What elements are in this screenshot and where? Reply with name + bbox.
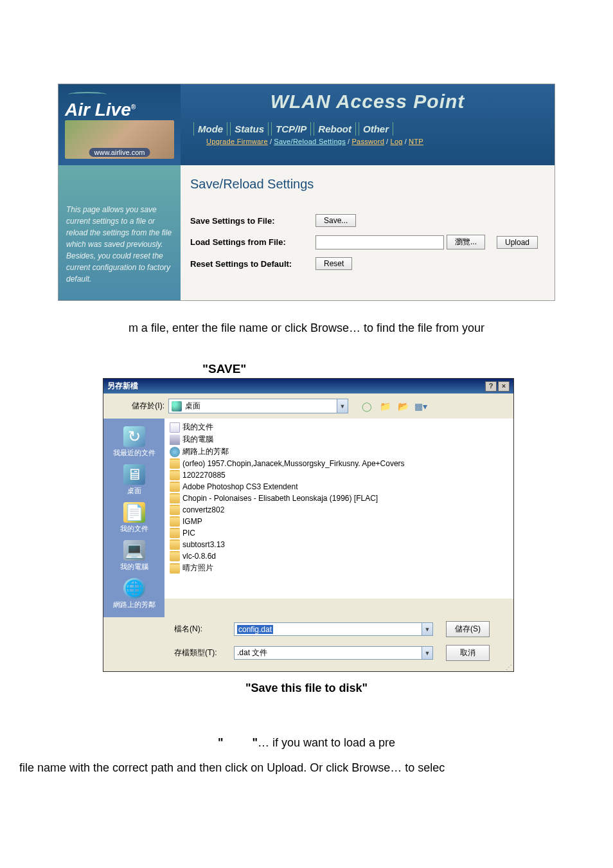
place-network[interactable]: 🌐 網路上的芳鄰 xyxy=(103,575,164,612)
view-menu-icon[interactable]: ▦▾ xyxy=(414,399,428,413)
computer-icon: 💻 xyxy=(123,540,145,561)
place-recent-label: 我最近的文件 xyxy=(113,448,155,458)
list-item[interactable]: convertz802 xyxy=(168,504,510,516)
filename-label: 檔名(N): xyxy=(174,624,229,635)
list-item[interactable]: IGMP xyxy=(168,516,510,527)
folder-icon xyxy=(170,458,180,469)
folder-icon xyxy=(170,493,180,503)
save-settings-label: Save Settings to File: xyxy=(190,216,315,226)
recent-icon: ↻ xyxy=(123,426,145,447)
dialog-save-button[interactable]: 儲存(S) xyxy=(446,621,490,637)
document-icon xyxy=(170,422,180,433)
help-button[interactable]: ? xyxy=(485,381,497,392)
folder-icon xyxy=(170,505,180,515)
dialog-toolbar: 儲存於(I): 桌面 ▼ ◯ 📁 📂 ▦▾ xyxy=(103,393,513,419)
brand-logo: Air Live® xyxy=(65,100,174,120)
tab-mode[interactable]: Mode xyxy=(193,122,227,136)
save-settings-row: Save Settings to File: Save... xyxy=(190,214,545,227)
page-title: WLAN Access Point xyxy=(190,91,545,113)
list-item[interactable]: 1202270885 xyxy=(168,469,510,481)
computer-item-icon xyxy=(170,435,180,445)
place-desktop-label: 桌面 xyxy=(127,486,141,496)
places-bar: ↻ 我最近的文件 🖥 桌面 📄 我的文件 💻 我的電腦 🌐 網路上的芳鄰 xyxy=(103,419,164,617)
filetype-label: 存檔類型(T): xyxy=(174,647,229,658)
folder-icon xyxy=(170,482,180,492)
list-item[interactable]: vlc-0.8.6d xyxy=(168,550,510,562)
location-value: 桌面 xyxy=(185,401,200,411)
folder-icon xyxy=(170,528,180,538)
instruction-text-3: file name with the correct path and then… xyxy=(19,759,594,777)
new-folder-icon[interactable]: 📂 xyxy=(396,399,410,413)
place-desktop[interactable]: 🖥 桌面 xyxy=(103,462,164,498)
upload-button[interactable]: Upload xyxy=(497,236,538,249)
place-computer[interactable]: 💻 我的電腦 xyxy=(103,538,164,574)
dialog-body: ↻ 我最近的文件 🖥 桌面 📄 我的文件 💻 我的電腦 🌐 網路上的芳鄰 我的文… xyxy=(103,419,513,617)
desktop-place-icon: 🖥 xyxy=(123,464,145,485)
folder-icon xyxy=(170,563,180,574)
dropdown-arrow-icon[interactable]: ▼ xyxy=(422,623,432,635)
list-item[interactable]: 我的文件 xyxy=(168,421,510,433)
location-dropdown[interactable]: 桌面 ▼ xyxy=(168,399,348,413)
dropdown-arrow-icon: ▼ xyxy=(337,399,348,413)
list-item[interactable]: 網路上的芳鄰 xyxy=(168,446,510,458)
titlebar-buttons: ? × xyxy=(485,381,510,392)
filetype-value: .dat 文件 xyxy=(237,647,267,658)
save-button[interactable]: Save... xyxy=(315,214,356,227)
dialog-cancel-button[interactable]: 取消 xyxy=(446,645,490,661)
folder-icon xyxy=(170,539,180,550)
instruction-text-1: m a file, enter the file name or click B… xyxy=(32,320,581,336)
subnav-log[interactable]: Log xyxy=(390,138,402,145)
tab-status[interactable]: Status xyxy=(230,122,269,136)
list-item[interactable]: (orfeo) 1957.Chopin,Janacek,Mussorgsky_F… xyxy=(168,458,510,469)
nav-tabs: Mode Status TCP/IP Reboot Other xyxy=(193,122,545,136)
save-heading: "SAVE" xyxy=(202,362,613,376)
back-icon[interactable]: ◯ xyxy=(360,399,374,413)
filename-input[interactable]: config.dat ▼ xyxy=(234,622,433,636)
place-documents[interactable]: 📄 我的文件 xyxy=(103,500,164,536)
dialog-title-text: 另存新檔 xyxy=(107,381,138,392)
folder-icon xyxy=(170,470,180,480)
file-path-input[interactable] xyxy=(315,235,444,249)
list-item[interactable]: PIC xyxy=(168,527,510,539)
subnav-password[interactable]: Password xyxy=(351,138,384,145)
resize-grip[interactable]: ⋰ xyxy=(103,665,513,671)
save-in-label: 儲存於(I): xyxy=(110,401,164,411)
list-item[interactable]: Chopin - Polonaises - Elisabeth Leonskaj… xyxy=(168,493,510,504)
brand-image: www.airlive.com xyxy=(65,120,174,159)
file-list[interactable]: 我的文件 我的電腦 網路上的芳鄰 (orfeo) 1957.Chopin,Jan… xyxy=(164,419,513,599)
logo-arc xyxy=(68,92,107,97)
subnav-save-reload[interactable]: Save/Reload Settings xyxy=(274,138,346,145)
subnav-upgrade[interactable]: Upgrade Firmware xyxy=(206,138,268,145)
reset-settings-row: Reset Settings to Default: Reset xyxy=(190,257,545,270)
close-button[interactable]: × xyxy=(498,381,510,392)
list-item[interactable]: subtosrt3.13 xyxy=(168,539,510,550)
save-as-dialog: 另存新檔 ? × 儲存於(I): 桌面 ▼ ◯ 📁 📂 ▦▾ ↻ 我最近的文件 … xyxy=(103,378,514,672)
desktop-icon xyxy=(172,401,182,411)
network-item-icon xyxy=(170,447,180,457)
folder-icon xyxy=(170,516,180,527)
router-header: Air Live® www.airlive.com WLAN Access Po… xyxy=(58,84,555,165)
list-item[interactable]: 晴方照片 xyxy=(168,562,510,574)
router-body: This page allows you save current settin… xyxy=(58,165,555,300)
reset-button[interactable]: Reset xyxy=(315,257,352,270)
content-title: Save/Reload Settings xyxy=(190,177,545,192)
reset-settings-label: Reset Settings to Default: xyxy=(190,259,315,269)
filename-value: config.dat xyxy=(237,625,273,634)
load-settings-row: Load Settings from File: 瀏覽... Upload xyxy=(190,235,545,249)
tab-other[interactable]: Other xyxy=(359,122,393,136)
tab-tcpip[interactable]: TCP/IP xyxy=(271,122,311,136)
list-item[interactable]: 我的電腦 xyxy=(168,433,510,446)
place-recent[interactable]: ↻ 我最近的文件 xyxy=(103,424,164,460)
filename-row: 檔名(N): config.dat ▼ 儲存(S) xyxy=(103,617,513,641)
toolbar-icons: ◯ 📁 📂 ▦▾ xyxy=(360,399,428,413)
logo-area: Air Live® www.airlive.com xyxy=(58,84,181,165)
filetype-dropdown[interactable]: .dat 文件 ▼ xyxy=(234,646,433,660)
browse-button[interactable]: 瀏覽... xyxy=(447,235,485,249)
sidebar: This page allows you save current settin… xyxy=(58,165,181,300)
list-item[interactable]: Adobe Photoshop CS3 Extendent xyxy=(168,481,510,493)
dropdown-arrow-icon[interactable]: ▼ xyxy=(422,647,432,659)
brand-url: www.airlive.com xyxy=(89,148,150,157)
up-folder-icon[interactable]: 📁 xyxy=(378,399,392,413)
subnav-ntp[interactable]: NTP xyxy=(409,138,423,145)
tab-reboot[interactable]: Reboot xyxy=(314,122,356,136)
